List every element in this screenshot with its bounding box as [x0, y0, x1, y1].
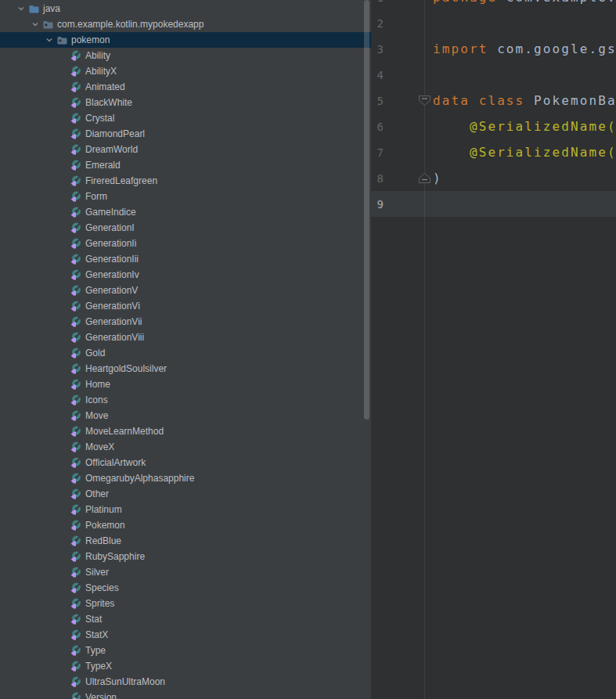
tree-row-class[interactable]: GenerationIii — [0, 251, 371, 267]
tree-row-class[interactable]: Platinum — [0, 502, 371, 517]
tree-row-class[interactable]: DreamWorld — [0, 142, 371, 157]
line-number: 4 — [371, 69, 424, 81]
chevron-down-icon[interactable] — [28, 16, 42, 32]
tree-row-class[interactable]: Gold — [0, 345, 371, 361]
tree-item-label: DreamWorld — [85, 142, 138, 157]
kotlin-class-icon — [70, 81, 81, 92]
kotlin-class-icon — [70, 97, 81, 108]
tree-row-class[interactable]: Emerald — [0, 157, 371, 173]
tree-row-class[interactable]: DiamondPearl — [0, 126, 371, 142]
tree-row-class[interactable]: Animated — [0, 79, 371, 95]
fold-collapse-bottom-icon[interactable] — [418, 172, 431, 184]
tree-row-class[interactable]: Species — [0, 580, 371, 596]
tree-row-class[interactable]: AbilityX — [0, 63, 371, 79]
tree-row-class[interactable]: MoveLearnMethod — [0, 423, 371, 439]
tree-row-class[interactable]: RedBlue — [0, 533, 371, 549]
tree-row-class[interactable]: GenerationV — [0, 283, 371, 298]
chevron-spacer — [56, 486, 70, 502]
tree-row-class[interactable]: Type — [0, 643, 371, 658]
tree-row-class[interactable]: OmegarubyAlphasapphire — [0, 470, 371, 486]
editor-line[interactable]: 6 @SerializedName( — [371, 113, 616, 139]
tree-row-class[interactable]: FireredLeafgreen — [0, 173, 371, 189]
tree-row-class[interactable]: GenerationIi — [0, 236, 371, 251]
tree-row-class[interactable]: GenerationIv — [0, 267, 371, 283]
editor-line[interactable]: 7 @SerializedName( — [371, 139, 616, 165]
tree-row-class[interactable]: GenerationI — [0, 220, 371, 236]
tree-item-label: TypeX — [85, 658, 112, 674]
tree-item-label: Move — [85, 408, 108, 423]
kotlin-class-icon — [70, 692, 81, 699]
tree-item-label: Emerald — [85, 157, 121, 173]
tree-row-class[interactable]: Pokemon — [0, 517, 371, 533]
chevron-down-icon[interactable] — [42, 32, 56, 48]
tree-row-class[interactable]: Other — [0, 486, 371, 502]
tree-row-class[interactable]: Stat — [0, 611, 371, 627]
tree-item-label: BlackWhite — [85, 95, 132, 110]
tree-row-class[interactable]: GenerationViii — [0, 330, 371, 345]
chevron-spacer — [56, 549, 70, 564]
tree-item-label: RubySapphire — [85, 549, 145, 564]
chevron-spacer — [56, 267, 70, 283]
tree-item-label: AbilityX — [85, 63, 117, 79]
tree-row-class[interactable]: UltraSunUltraMoon — [0, 674, 371, 690]
tree-item-label: Icons — [85, 392, 108, 408]
project-tree-scrollbar[interactable] — [364, 0, 369, 420]
tree-row-class[interactable]: Form — [0, 189, 371, 204]
tree-row-class[interactable]: RubySapphire — [0, 549, 371, 564]
kotlin-class-icon — [70, 222, 81, 233]
tree-row-class[interactable]: StatX — [0, 627, 371, 643]
ide-window: javacom.example.kotlin.mypokedexapppokem… — [0, 0, 616, 699]
fold-collapse-top-icon[interactable] — [418, 95, 431, 106]
editor-line[interactable]: 5data class PokemonBa — [371, 88, 616, 113]
tree-row-class[interactable]: GenerationVii — [0, 314, 371, 330]
tree-row-class[interactable]: HeartgoldSoulsilver — [0, 361, 371, 377]
tree-row-class[interactable]: TypeX — [0, 658, 371, 674]
tree-row-class[interactable]: Sprites — [0, 596, 371, 611]
code-text: import com.google.gs — [424, 41, 616, 56]
tree-row-class[interactable]: Icons — [0, 392, 371, 408]
tree-item-label: MoveLearnMethod — [85, 423, 164, 439]
tree-row-class[interactable]: Move — [0, 408, 371, 423]
code-editor[interactable]: 1package com.example.23import com.google… — [371, 0, 616, 699]
chevron-down-icon[interactable] — [14, 1, 28, 16]
chevron-spacer — [56, 220, 70, 236]
tree-row-class[interactable]: GenerationVi — [0, 298, 371, 314]
kotlin-class-icon — [70, 551, 81, 562]
editor-line[interactable]: 3import com.google.gs — [371, 36, 616, 62]
tree-row-folder[interactable]: com.example.kotlin.mypokedexapp — [0, 16, 371, 32]
tree-row-class[interactable]: MoveX — [0, 439, 371, 455]
chevron-spacer — [56, 596, 70, 611]
kotlin-class-icon — [70, 144, 81, 155]
editor-line[interactable]: 4 — [371, 62, 616, 88]
editor-line[interactable]: 2 — [371, 10, 616, 36]
code-token-plain: com.google.gs — [488, 41, 616, 56]
tree-row-class[interactable]: BlackWhite — [0, 95, 371, 110]
editor-line[interactable]: 8) — [371, 165, 616, 191]
code-token-plain: ) — [433, 171, 442, 186]
kotlin-class-icon — [70, 175, 81, 186]
tree-row-class[interactable]: Ability — [0, 48, 371, 63]
chevron-spacer — [56, 580, 70, 596]
chevron-spacer — [56, 439, 70, 455]
chevron-spacer — [56, 690, 70, 699]
chevron-spacer — [56, 79, 70, 95]
chevron-spacer — [56, 470, 70, 486]
tree-row-class[interactable]: Crystal — [0, 110, 371, 126]
tree-row-class[interactable]: Silver — [0, 564, 371, 580]
project-tree-panel: javacom.example.kotlin.mypokedexapppokem… — [0, 0, 371, 699]
tree-row-class[interactable]: Version — [0, 690, 371, 699]
chevron-spacer — [56, 392, 70, 408]
tree-row-class[interactable]: GameIndice — [0, 204, 371, 220]
kotlin-class-icon — [70, 379, 81, 390]
tree-row-folder[interactable]: pokemon — [0, 32, 371, 48]
tree-row-class[interactable]: Home — [0, 377, 371, 392]
tree-row-folder[interactable]: java — [0, 1, 371, 16]
editor-line[interactable]: 1package com.example. — [371, 0, 616, 10]
code-token-keyword: data class — [433, 93, 524, 108]
editor-line[interactable]: 9 — [371, 191, 616, 217]
chevron-spacer — [56, 236, 70, 251]
code-text: data class PokemonBa — [424, 93, 616, 108]
tree-row-class[interactable]: OfficialArtwork — [0, 455, 371, 470]
tree-item-label: Sprites — [85, 596, 114, 611]
chevron-spacer — [56, 564, 70, 580]
